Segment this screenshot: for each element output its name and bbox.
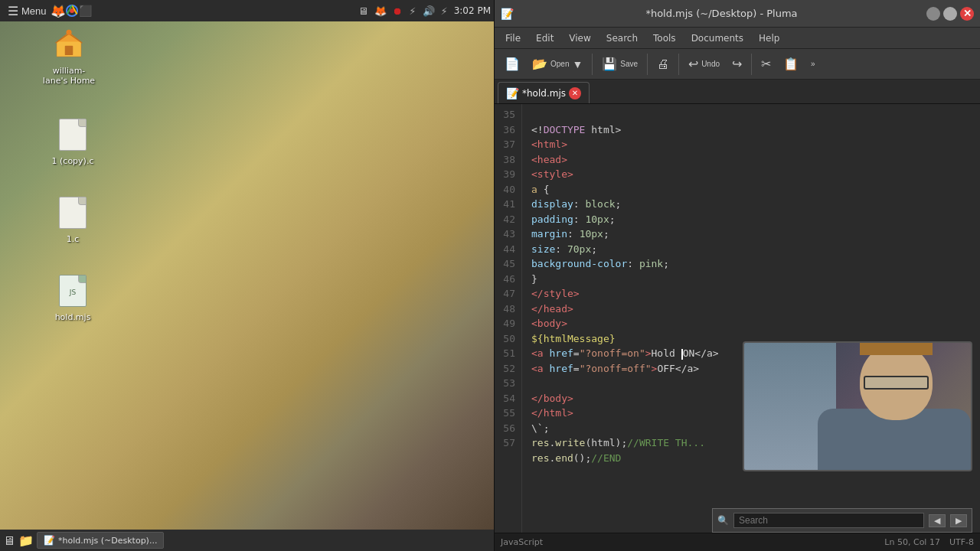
svg-rect-2 [65,46,74,55]
new-icon: 📄 [505,58,520,70]
editor-tabs: 📝 *hold.mjs ✕ [495,80,980,104]
window-maximize-button[interactable]: □ [943,7,957,21]
tab-file-icon: 📝 [506,87,519,99]
open-dropdown-icon[interactable]: ▼ [572,58,583,70]
print-icon: 🖨 [657,58,669,70]
undo-icon: ↩ [688,58,698,70]
status-right: Ln 50, Col 17 UTF-8 [884,537,974,547]
editor-menubar: File Edit View Search Tools Documents He… [495,28,980,49]
menu-file[interactable]: File [498,30,528,47]
file-c-label: 1.c [67,234,80,244]
volume-icon: 🔊 [423,5,435,17]
status-encoding: UTF-8 [949,537,974,547]
desktop-icon-file-copy[interactable]: 1 (copy).c [42,113,103,169]
file-c-icon [54,194,91,231]
toolbar-separator-1 [592,54,593,75]
tab-hold-mjs[interactable]: 📝 *hold.mjs ✕ [498,82,590,103]
menu-icon: ☰ [8,4,18,18]
taskbar-bottom: 🖥 📁 📝 *hold.mjs (~Desktop)... [0,530,494,551]
hold-mjs-label: hold.mjs [55,312,91,322]
search-bar: 🔍 ◀ ▶ [712,508,972,533]
firefox-icon[interactable]: 🦊 [51,4,65,18]
undo-button[interactable]: ↩ Undo [683,51,725,77]
file-manager-icon: 📁 [18,533,34,548]
search-next-button[interactable]: ▶ [950,514,967,527]
menu-edit[interactable]: Edit [528,30,561,47]
redo-icon: ↪ [732,58,742,70]
file-copy-label: 1 (copy).c [52,156,94,166]
toolbar-separator-2 [647,54,648,75]
firefox-tray-icon: 🦊 [374,5,387,17]
webcam-person [802,341,971,470]
save-button[interactable]: 💾 Save [596,51,643,77]
toolbar-overflow-icon: » [811,60,815,68]
menu-search[interactable]: Search [599,30,645,47]
toolbar-overflow-button[interactable]: » [805,51,821,77]
taskbar-top-right: 🖥 🦊 ⏺ ⚡ 🔊 ⚡ 3:02 PM [358,5,491,17]
bluetooth-icon: ⚡ [409,5,416,17]
taskbar-editor-label: *hold.mjs (~Desktop)... [58,536,157,546]
editor-toolbar: 📄 📂 Open ▼ 💾 Save 🖨 ↩ Undo ↪ [495,49,980,80]
search-label: 🔍 [717,515,729,526]
undo-label: Undo [701,60,720,68]
toolbar-separator-3 [678,54,679,75]
editor-title: *hold.mjs (~/Desktop) - Pluma [520,8,923,19]
menu-documents[interactable]: Documents [684,30,751,47]
open-button[interactable]: 📂 Open ▼ [527,51,588,77]
taskbar-top: ☰ Menu 🦊 ⬛ 🖥 🦊 ⏺ ⚡ 🔊 ⚡ 3:02 PM [0,0,494,21]
search-prev-button[interactable]: ◀ [929,514,946,527]
window-minimize-button[interactable]: _ [926,7,940,21]
webcam-overlay [743,341,972,471]
print-button[interactable]: 🖨 [652,51,675,77]
desktop-icon-home[interactable]: william-lane's Home [38,23,100,89]
save-icon: 💾 [602,58,617,70]
menu-view[interactable]: View [561,30,598,47]
home-folder-icon [51,26,87,63]
desktop-indicator: 🖥 [3,533,15,548]
tab-label: *hold.mjs [522,88,566,99]
status-bar: JavaScript Ln 50, Col 17 UTF-8 🔍 ◀ ▶ [495,533,980,551]
editor-titlebar-icon: 📝 [501,8,514,20]
open-icon: 📂 [532,58,547,70]
editor-window: 📝 *hold.mjs (~/Desktop) - Pluma _ □ ✕ Fi… [494,0,980,551]
menu-label: Menu [21,5,47,17]
recording-icon: ⏺ [393,5,403,17]
tab-close-button[interactable]: ✕ [569,87,581,99]
window-close-button[interactable]: ✕ [960,7,974,21]
screen-icon: 🖥 [358,5,368,17]
menu-tools[interactable]: Tools [645,30,684,47]
file-copy-icon [54,116,91,153]
cut-button[interactable]: ✂ [756,51,776,77]
menu-button[interactable]: ☰ Menu [3,2,51,20]
search-input[interactable] [733,513,924,528]
toolbar-separator-4 [751,54,752,75]
hold-mjs-icon: JS [54,272,91,309]
taskbar-editor-icon: 📝 [44,535,55,546]
clock: 3:02 PM [454,5,491,16]
menu-help[interactable]: Help [751,30,787,47]
open-label: Open [550,60,569,68]
desktop-icon-hold-mjs[interactable]: JS hold.mjs [42,269,103,325]
battery-icon: ⚡ [441,5,448,17]
terminal-icon[interactable]: ⬛ [79,4,93,18]
home-folder-label: william-lane's Home [41,66,96,86]
svg-point-3 [67,30,72,35]
copy-button[interactable]: 📋 [778,51,804,77]
status-line-col: Ln 50, Col 17 [884,537,940,547]
save-label: Save [620,60,638,68]
copy-icon: 📋 [783,58,799,70]
new-button[interactable]: 📄 [499,51,525,77]
taskbar-editor-button[interactable]: 📝 *hold.mjs (~Desktop)... [37,532,164,549]
cut-icon: ✂ [761,58,771,70]
chrome-icon[interactable] [65,4,79,18]
editor-titlebar: 📝 *hold.mjs (~/Desktop) - Pluma _ □ ✕ [495,0,980,28]
desktop-icon-file-c[interactable]: 1.c [42,191,103,247]
redo-button[interactable]: ↪ [727,51,747,77]
desktop: ☰ Menu 🦊 ⬛ 🖥 🦊 ⏺ ⚡ 🔊 ⚡ 3:02 PM [0,0,494,551]
status-language: JavaScript [501,537,543,547]
line-numbers: 3536373839 4041424344 4546474849 5051525… [495,104,522,533]
code-area[interactable]: 3536373839 4041424344 4546474849 5051525… [495,104,980,533]
